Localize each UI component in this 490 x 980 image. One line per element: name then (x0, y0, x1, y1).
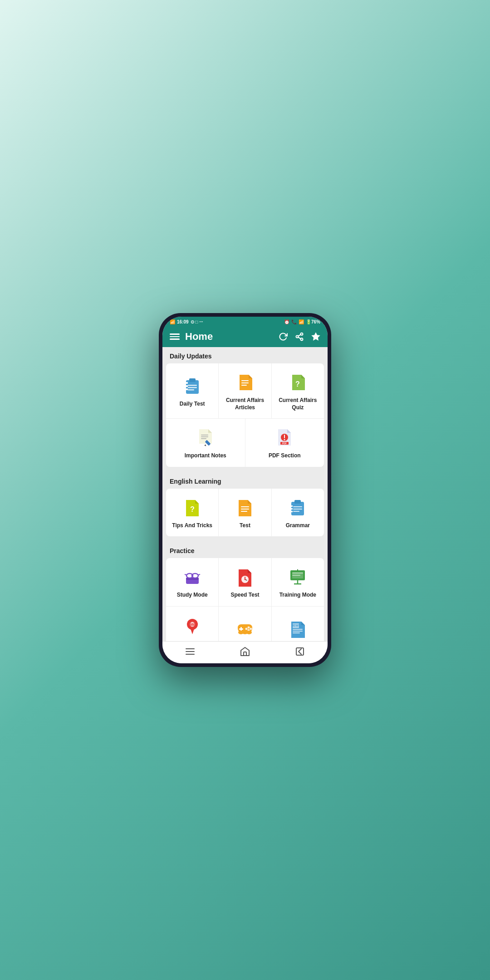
svg-rect-24 (284, 435, 285, 438)
app-bar: Home (162, 326, 328, 347)
svg-rect-33 (294, 500, 301, 504)
tips-tricks-icon: ? (181, 496, 204, 519)
pdf-section-label: PDF Section (269, 452, 301, 460)
battery-icon: 🔋76% (306, 319, 320, 324)
svg-rect-78 (296, 648, 304, 655)
important-notes-label: Important Notes (185, 452, 226, 460)
pdf-section-item[interactable]: PDF PDF Section (245, 419, 324, 467)
study-mode-item[interactable]: Study Mode (166, 558, 219, 606)
svg-rect-38 (291, 508, 293, 510)
nav-menu-button[interactable] (185, 646, 196, 657)
share-icon[interactable] (295, 332, 304, 341)
grammar-item[interactable]: Grammar (272, 489, 324, 537)
svg-rect-16 (241, 385, 247, 386)
status-left: 📶 16:09 ⊙ □ ··· (170, 319, 203, 324)
svg-rect-10 (188, 389, 194, 391)
svg-rect-12 (186, 385, 188, 387)
current-affairs-articles-icon (234, 371, 256, 393)
svg-rect-70 (293, 629, 303, 630)
practice-row-2: Challenging Mode (166, 607, 324, 641)
svg-text:?: ? (295, 380, 300, 388)
svg-line-45 (198, 574, 200, 575)
training-mode-item[interactable]: Training Mode (272, 558, 324, 606)
dot-icon: ⊙ □ ··· (191, 319, 203, 324)
daily-test-icon (181, 374, 204, 397)
svg-point-25 (284, 439, 285, 441)
menu-icon[interactable] (170, 333, 180, 340)
nav-home-button[interactable] (240, 646, 250, 657)
svg-rect-11 (186, 382, 188, 384)
speed-test-icon (234, 565, 256, 588)
svg-rect-29 (241, 506, 249, 507)
pdf-section-icon: PDF (273, 426, 296, 449)
phone-screen: 📶 16:09 ⊙ □ ··· ⏰ 📞 📶 🔋76% Home (162, 317, 328, 663)
current-affairs-articles-label: Current Affairs Articles (222, 397, 267, 411)
current-affairs-articles-item[interactable]: Current Affairs Articles (219, 363, 271, 418)
svg-rect-18 (201, 435, 208, 436)
play-mode-icon (234, 617, 256, 640)
test-item[interactable]: Test (219, 489, 271, 537)
svg-rect-77 (244, 652, 246, 656)
svg-rect-71 (293, 631, 303, 632)
svg-rect-19 (201, 436, 208, 437)
svg-rect-8 (188, 385, 197, 386)
play-mode-item[interactable]: Play Mode (219, 607, 271, 641)
daily-test-item[interactable]: Daily Test (166, 363, 219, 418)
content-area: Daily Updates (162, 347, 328, 641)
svg-rect-15 (241, 382, 249, 383)
status-right: ⏰ 📞 📶 🔋76% (284, 319, 320, 324)
study-mode-icon (181, 565, 204, 588)
nav-back-button[interactable] (294, 646, 305, 657)
svg-rect-62 (239, 628, 243, 630)
svg-point-67 (238, 631, 244, 634)
svg-rect-36 (293, 511, 299, 512)
refresh-icon[interactable] (279, 332, 288, 341)
tamil-news-icon: NEWS (286, 617, 309, 640)
speed-test-label: Speed Test (230, 592, 259, 599)
svg-text:PDF: PDF (282, 442, 287, 445)
practice-grid: Study Mode (166, 558, 324, 641)
challenging-mode-item[interactable]: Challenging Mode (166, 607, 219, 641)
daily-updates-row-1: Daily Test (166, 363, 324, 419)
svg-point-63 (247, 626, 250, 628)
app-bar-title: Home (185, 331, 279, 343)
current-affairs-quiz-icon: ? (286, 371, 309, 393)
svg-rect-7 (189, 378, 196, 382)
grammar-label: Grammar (286, 522, 310, 529)
svg-rect-72 (293, 632, 300, 633)
star-icon[interactable] (311, 332, 320, 341)
current-affairs-quiz-item[interactable]: ? Current Affairs Quiz (272, 363, 324, 418)
practice-row-1: Study Mode (166, 558, 324, 607)
svg-rect-20 (201, 438, 206, 439)
svg-rect-57 (292, 575, 300, 576)
important-notes-item[interactable]: Important Notes (166, 419, 245, 467)
svg-line-4 (298, 334, 301, 336)
app-bar-icons (279, 332, 320, 341)
phone-icon: 📞 (291, 319, 297, 324)
section-daily-updates: Daily Updates (162, 347, 328, 363)
training-mode-icon (286, 565, 309, 588)
challenging-mode-icon (181, 614, 204, 637)
phone-frame: 📶 16:09 ⊙ □ ··· ⏰ 📞 📶 🔋76% Home (159, 313, 331, 667)
daily-test-label: Daily Test (180, 401, 205, 408)
svg-rect-9 (188, 387, 197, 388)
svg-marker-5 (312, 333, 320, 340)
svg-text:NEWS: NEWS (291, 624, 301, 627)
tamil-news-item[interactable]: NEWS Tamil News (272, 607, 324, 641)
current-affairs-quiz-label: Current Affairs Quiz (275, 397, 320, 411)
svg-text:?: ? (190, 505, 195, 513)
study-mode-label: Study Mode (177, 592, 208, 599)
tips-tricks-item[interactable]: ? Tips And Tricks (166, 489, 219, 537)
section-english-learning: English Learning (162, 472, 328, 489)
svg-point-64 (250, 627, 252, 630)
wifi-icon: 📶 (299, 319, 304, 324)
svg-rect-31 (241, 511, 247, 512)
svg-rect-14 (241, 380, 249, 381)
test-icon (234, 496, 256, 519)
svg-point-68 (246, 631, 252, 634)
speed-test-item[interactable]: Speed Test (219, 558, 271, 606)
svg-rect-37 (291, 505, 293, 507)
svg-marker-22 (204, 444, 207, 447)
important-notes-icon (194, 426, 217, 449)
training-mode-label: Training Mode (279, 592, 316, 599)
